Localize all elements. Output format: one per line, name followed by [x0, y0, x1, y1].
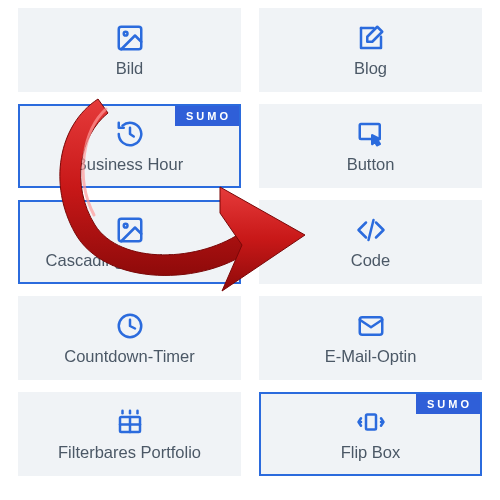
module-label: Filterbares Portfolio: [52, 443, 207, 462]
code-icon: [356, 215, 386, 245]
cursor-box-icon: [356, 119, 386, 149]
module-flip-box[interactable]: Flip BoxSUMO: [259, 392, 482, 476]
module-label: Blog: [348, 59, 393, 78]
module-countdown-timer[interactable]: Countdown-Timer: [18, 296, 241, 380]
module-label: E-Mail-Optin: [319, 347, 423, 366]
module-business-hour[interactable]: Business HourSUMO: [18, 104, 241, 188]
module-label: Flip Box: [335, 443, 407, 462]
module-label: Countdown-Timer: [58, 347, 201, 366]
module-cascading-multi-image[interactable]: Cascading Multi Image: [18, 200, 241, 284]
svg-rect-15: [366, 414, 376, 429]
module-code[interactable]: Code: [259, 200, 482, 284]
module-email-optin[interactable]: E-Mail-Optin: [259, 296, 482, 380]
sumo-badge: SUMO: [175, 106, 239, 126]
module-bild[interactable]: Bild: [18, 8, 241, 92]
flip-icon: [356, 407, 386, 437]
module-label: Cascading Multi Image: [40, 251, 220, 270]
module-button[interactable]: Button: [259, 104, 482, 188]
module-label: Bild: [110, 59, 150, 78]
mail-icon: [356, 311, 386, 341]
image-icon: [115, 23, 145, 53]
module-filterbares-portfolio[interactable]: Filterbares Portfolio: [18, 392, 241, 476]
clock-back-icon: [115, 119, 145, 149]
module-label: Button: [341, 155, 401, 174]
edit-icon: [356, 23, 386, 53]
module-blog[interactable]: Blog: [259, 8, 482, 92]
module-label: Business Hour: [70, 155, 189, 174]
clock-icon: [115, 311, 145, 341]
image-icon: [115, 215, 145, 245]
svg-point-1: [123, 31, 127, 35]
module-label: Code: [345, 251, 396, 270]
sumo-badge: SUMO: [416, 394, 480, 414]
svg-point-4: [123, 223, 127, 227]
grid-icon: [115, 407, 145, 437]
